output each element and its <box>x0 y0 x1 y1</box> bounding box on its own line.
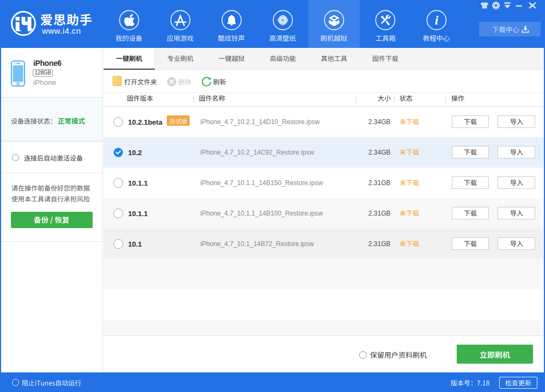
svg-text:i: i <box>435 13 439 27</box>
